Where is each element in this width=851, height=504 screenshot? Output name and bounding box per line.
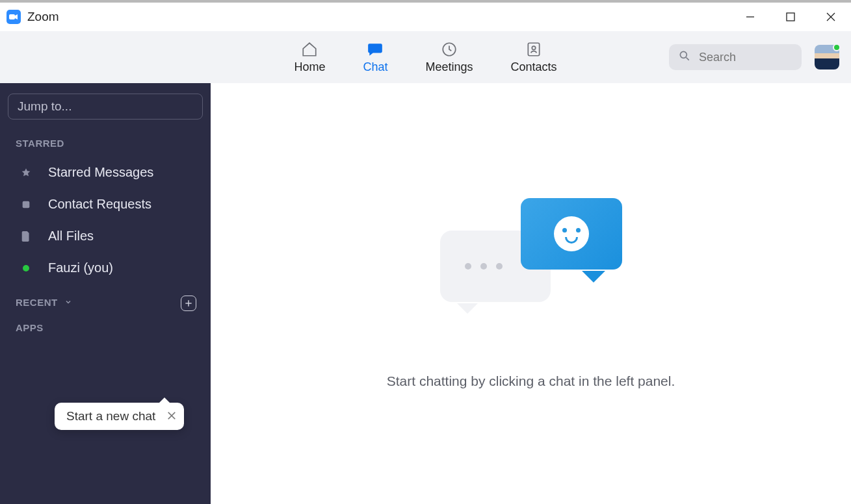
window-title: Zoom bbox=[27, 10, 59, 24]
presence-icon bbox=[20, 265, 33, 271]
main-panel: Start chatting by clicking a chat in the… bbox=[211, 83, 851, 504]
profile-avatar[interactable] bbox=[815, 45, 839, 69]
tab-meetings[interactable]: Meetings bbox=[425, 41, 473, 74]
minimize-button[interactable] bbox=[730, 3, 770, 31]
close-button[interactable] bbox=[811, 3, 851, 31]
apps-label-text: APPS bbox=[16, 322, 44, 333]
empty-state-text: Start chatting by clicking a chat in the… bbox=[387, 373, 675, 389]
tooltip-close-button[interactable] bbox=[167, 409, 176, 423]
tab-home-label: Home bbox=[294, 60, 325, 74]
contact-card-icon bbox=[20, 199, 33, 210]
clock-icon bbox=[441, 41, 458, 58]
nav-items: Home Chat Meetings Contacts bbox=[294, 41, 556, 74]
tab-meetings-label: Meetings bbox=[425, 60, 473, 74]
tab-home[interactable]: Home bbox=[294, 41, 325, 74]
svg-line-9 bbox=[687, 58, 689, 60]
chat-icon bbox=[367, 41, 384, 58]
file-icon bbox=[20, 231, 33, 242]
titlebar: Zoom bbox=[0, 0, 851, 31]
typing-dots-icon bbox=[465, 263, 503, 270]
tab-chat-label: Chat bbox=[363, 60, 387, 74]
search-input[interactable] bbox=[699, 51, 792, 64]
topnav: Home Chat Meetings Contacts bbox=[0, 31, 851, 83]
search-box[interactable] bbox=[669, 44, 802, 70]
starred-label-text: STARRED bbox=[16, 138, 64, 149]
window-controls bbox=[730, 3, 851, 31]
tab-chat[interactable]: Chat bbox=[363, 41, 387, 74]
sidebar-item-label: Contact Requests bbox=[48, 197, 151, 212]
tab-contacts[interactable]: Contacts bbox=[511, 41, 557, 74]
recent-label-text: RECENT bbox=[16, 297, 58, 308]
new-chat-button[interactable] bbox=[181, 296, 196, 311]
home-icon bbox=[301, 41, 318, 58]
jump-to-input[interactable] bbox=[8, 94, 203, 120]
contacts-icon bbox=[525, 41, 542, 58]
sidebar-item-starred-messages[interactable]: Starred Messages bbox=[0, 157, 211, 188]
search-icon bbox=[678, 49, 691, 65]
svg-point-8 bbox=[680, 51, 687, 58]
maximize-button[interactable] bbox=[770, 3, 811, 31]
section-recent-label[interactable]: RECENT bbox=[0, 290, 211, 316]
svg-rect-2 bbox=[787, 13, 794, 21]
sidebar: STARRED Starred Messages Contact Request… bbox=[0, 83, 211, 504]
body: STARRED Starred Messages Contact Request… bbox=[0, 83, 851, 504]
empty-chat-illustration bbox=[440, 198, 622, 328]
sidebar-item-label: Starred Messages bbox=[48, 165, 153, 180]
section-starred-label: STARRED bbox=[0, 131, 211, 157]
star-icon bbox=[20, 168, 33, 178]
svg-point-7 bbox=[532, 46, 535, 49]
new-chat-tooltip: Start a new chat bbox=[55, 403, 184, 430]
sidebar-item-label: All Files bbox=[48, 229, 94, 244]
tab-contacts-label: Contacts bbox=[511, 60, 557, 74]
sidebar-item-all-files[interactable]: All Files bbox=[0, 220, 211, 252]
section-apps-label[interactable]: APPS bbox=[0, 316, 211, 341]
chevron-down-icon bbox=[64, 297, 72, 308]
smiley-icon bbox=[554, 216, 589, 251]
svg-rect-10 bbox=[23, 201, 30, 208]
zoom-app-icon bbox=[7, 10, 21, 24]
sidebar-item-label: Fauzi (you) bbox=[48, 260, 113, 275]
presence-indicator bbox=[833, 44, 841, 51]
sidebar-item-self[interactable]: Fauzi (you) bbox=[0, 252, 211, 284]
tooltip-text: Start a new chat bbox=[66, 409, 155, 423]
sidebar-item-contact-requests[interactable]: Contact Requests bbox=[0, 188, 211, 220]
svg-rect-0 bbox=[9, 14, 15, 19]
blue-bubble-icon bbox=[521, 198, 622, 270]
